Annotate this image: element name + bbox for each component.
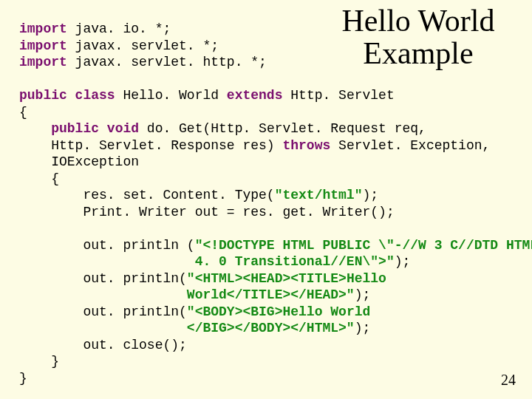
string-literal: </BIG></BODY></HTML>"	[19, 321, 355, 335]
string-literal: "text/html"	[275, 188, 363, 202]
string-literal: "<HTML><HEAD><TITLE>Hello	[187, 271, 386, 286]
code-text: );	[395, 254, 411, 269]
code-text: java. io. *;	[67, 21, 171, 36]
code-text: Http. Servlet. Response res)	[19, 138, 282, 153]
code-text: }	[19, 354, 59, 369]
code-text: javax. servlet. *;	[67, 38, 219, 53]
kw-import: import	[19, 21, 67, 36]
string-literal: World</TITLE></HEAD>"	[19, 287, 355, 302]
kw-public-void: public void	[51, 121, 139, 136]
kw-import: import	[19, 55, 67, 69]
kw-import: import	[19, 38, 67, 53]
code-text: out. println (	[19, 238, 195, 253]
code-text: res. set. Content. Type(	[19, 188, 275, 202]
code-text: }	[19, 371, 27, 386]
code-text: Print. Writer out = res. get. Writer();	[19, 205, 395, 219]
code-text: do. Get(Http. Servlet. Request req,	[139, 121, 426, 136]
string-literal: "<BODY><BIG>Hello World	[187, 304, 370, 319]
string-literal: 4. 0 Transitional//EN\">"	[19, 254, 395, 269]
kw-public-class: public class	[19, 88, 115, 103]
code-text: javax. servlet. http. *;	[67, 55, 267, 69]
code-text: );	[355, 287, 371, 302]
code-text: Hello. World	[115, 88, 227, 103]
slide: Hello World Example import java. io. *; …	[0, 0, 532, 399]
code-text: Servlet. Exception,	[330, 138, 490, 153]
kw-extends: extends	[227, 88, 283, 103]
code-text: out. println(	[19, 304, 187, 319]
page-number: 24	[501, 372, 516, 389]
code-text: {	[19, 105, 27, 120]
code-text: out. close();	[19, 338, 187, 352]
code-text: out. println(	[19, 271, 187, 286]
code-text: );	[362, 188, 378, 202]
code-text	[19, 121, 51, 136]
code-text: IOException	[19, 154, 139, 169]
kw-throws: throws	[282, 138, 330, 153]
code-block: import java. io. *; import javax. servle…	[19, 21, 513, 386]
code-text: );	[355, 321, 371, 335]
code-text: Http. Servlet	[282, 88, 394, 103]
string-literal: "<!DOCTYPE HTML PUBLIC \"-//W 3 C//DTD H…	[195, 238, 532, 253]
code-text: {	[19, 171, 59, 186]
